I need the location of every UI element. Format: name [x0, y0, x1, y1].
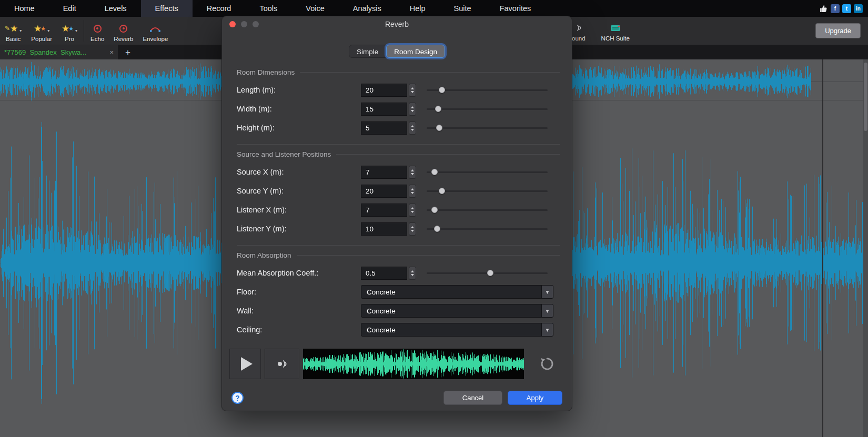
slider-thumb[interactable] [487, 270, 493, 276]
chevron-down-icon[interactable]: ▾ [75, 28, 77, 33]
param-slider[interactable] [427, 105, 548, 113]
star-icon: ★ [41, 26, 46, 32]
stepper[interactable] [409, 84, 416, 97]
param-input[interactable] [361, 267, 407, 280]
stepper-up-icon[interactable] [411, 226, 414, 228]
param-label: Source X (m): [237, 168, 361, 176]
chevron-down-icon[interactable]: ▾ [19, 28, 22, 33]
param-slider[interactable] [427, 124, 548, 131]
slider-thumb[interactable] [431, 169, 438, 175]
tab-simple[interactable]: Simple [349, 45, 386, 58]
stepper-up-icon[interactable] [411, 87, 414, 89]
vertical-scrollbar[interactable] [863, 59, 868, 437]
menu-item-edit[interactable]: Edit [49, 0, 90, 17]
slider-thumb[interactable] [434, 226, 440, 232]
toolbar-item-nch-suite[interactable]: NCH Suite [597, 17, 634, 44]
help-button[interactable]: ? [231, 392, 244, 404]
zoom-window-button[interactable] [253, 21, 259, 27]
toolbar-effect-label: Echo [90, 36, 104, 42]
stepper-up-icon[interactable] [411, 125, 414, 127]
param-select[interactable]: Concrete▾ [361, 285, 553, 299]
linkedin-icon[interactable]: in [854, 4, 863, 13]
menu-item-home[interactable]: Home [0, 0, 49, 17]
stepper-up-icon[interactable] [411, 188, 414, 190]
file-tab[interactable]: *77569_Spandex_Skywa... × [0, 45, 118, 59]
minimize-window-button[interactable] [241, 21, 247, 27]
cancel-button[interactable]: Cancel [443, 391, 502, 405]
stepper[interactable] [409, 267, 416, 280]
slider-thumb[interactable] [439, 188, 445, 194]
param-slider[interactable] [427, 168, 548, 176]
toolbar-effect-envelope[interactable]: Envelope [138, 17, 173, 45]
stepper[interactable] [409, 204, 416, 217]
preview-monitor-button[interactable] [265, 349, 299, 379]
menu-item-favorites[interactable]: Favorites [486, 0, 546, 17]
stepper-down-icon[interactable] [411, 91, 414, 93]
menu-item-levels[interactable]: Levels [90, 0, 141, 17]
param-slider[interactable] [427, 269, 548, 277]
menu-item-voice[interactable]: Voice [291, 0, 338, 17]
dialog-titlebar[interactable]: Reverb [222, 16, 572, 32]
param-select[interactable]: Concrete▾ [361, 304, 553, 318]
new-tab-button[interactable]: + [125, 47, 130, 58]
stepper-down-icon[interactable] [411, 173, 414, 175]
play-button[interactable] [229, 349, 261, 379]
chevron-down-icon[interactable]: ▾ [541, 323, 553, 336]
menu-item-analysis[interactable]: Analysis [339, 0, 396, 17]
param-slider[interactable] [427, 187, 548, 195]
stepper-up-icon[interactable] [411, 169, 414, 171]
stepper[interactable] [409, 185, 416, 198]
toolbar-group-basic[interactable]: ✎★▾ Basic [0, 17, 26, 45]
param-input[interactable] [361, 121, 407, 135]
toolbar-effect-echo[interactable]: Echo [86, 17, 109, 45]
close-window-button[interactable] [229, 21, 236, 27]
param-input[interactable] [361, 185, 407, 198]
toolbar-group-pro[interactable]: ★★▾ Pro [57, 17, 82, 45]
param-slider[interactable] [427, 206, 548, 214]
stepper-up-icon[interactable] [411, 270, 414, 272]
slider-thumb[interactable] [436, 125, 442, 131]
scrollbar-thumb[interactable] [864, 63, 867, 131]
stepper-down-icon[interactable] [411, 211, 414, 213]
param-slider[interactable] [427, 225, 548, 232]
loop-button[interactable] [539, 356, 555, 372]
chevron-down-icon[interactable]: ▾ [541, 286, 553, 298]
slider-thumb[interactable] [439, 87, 445, 93]
menu-item-effects[interactable]: Effects [141, 0, 193, 17]
stepper-down-icon[interactable] [411, 192, 414, 194]
menu-item-record[interactable]: Record [193, 0, 246, 17]
param-input[interactable] [361, 222, 407, 236]
tab-close-icon[interactable]: × [109, 48, 114, 56]
menu-item-suite[interactable]: Suite [440, 0, 486, 17]
stepper-down-icon[interactable] [411, 230, 414, 232]
chevron-down-icon[interactable]: ▾ [47, 28, 49, 33]
facebook-icon[interactable]: f [831, 4, 840, 13]
param-select[interactable]: Concrete▾ [361, 323, 553, 337]
stepper[interactable] [409, 166, 416, 179]
stepper[interactable] [409, 103, 416, 116]
slider-thumb[interactable] [435, 106, 441, 112]
toolbar-group-popular[interactable]: ★★▾ Popular [26, 17, 57, 45]
chevron-down-icon[interactable]: ▾ [541, 304, 553, 317]
stepper-down-icon[interactable] [411, 110, 414, 112]
param-input[interactable] [361, 103, 407, 116]
stepper[interactable] [409, 121, 416, 135]
stepper-up-icon[interactable] [411, 207, 414, 209]
stepper-down-icon[interactable] [411, 129, 414, 131]
menu-item-tools[interactable]: Tools [245, 0, 291, 17]
like-icon[interactable] [819, 4, 828, 13]
twitter-icon[interactable]: t [842, 4, 851, 13]
tab-room-design[interactable]: Room Design [386, 45, 445, 58]
apply-button[interactable]: Apply [508, 391, 562, 405]
param-input[interactable] [361, 166, 407, 179]
param-input[interactable] [361, 204, 407, 217]
param-slider[interactable] [427, 86, 548, 94]
slider-thumb[interactable] [431, 207, 438, 213]
param-input[interactable] [361, 84, 407, 97]
upgrade-button[interactable]: Upgrade [815, 23, 861, 38]
stepper-down-icon[interactable] [411, 274, 414, 276]
stepper[interactable] [409, 222, 416, 236]
stepper-up-icon[interactable] [411, 106, 414, 108]
menu-item-help[interactable]: Help [396, 0, 440, 17]
toolbar-effect-reverb[interactable]: Reverb [109, 17, 138, 45]
